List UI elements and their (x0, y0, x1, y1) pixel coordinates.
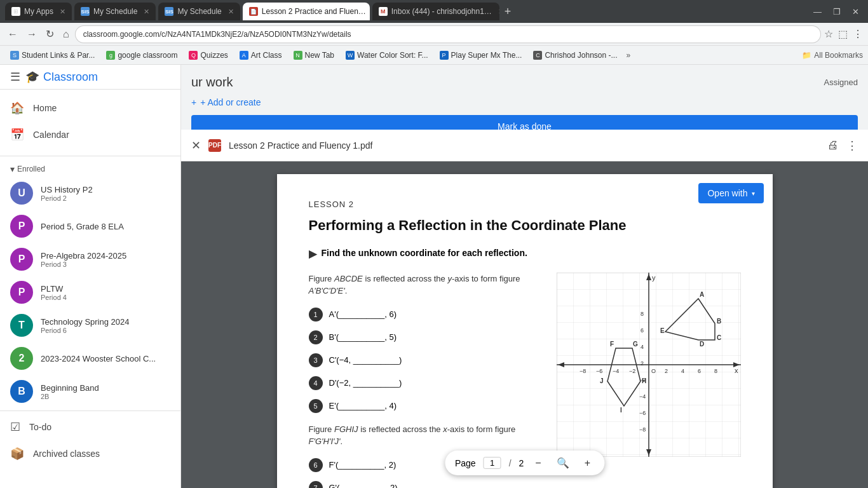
zoom-button[interactable]: 🔍 (553, 456, 573, 470)
address-input[interactable] (76, 26, 820, 43)
bookmark-favicon-quizzes: Q (189, 51, 198, 60)
bookmark-art-class[interactable]: A Art Class (234, 50, 287, 61)
add-create-label: + Add or create (200, 97, 261, 107)
sidebar-label-archived: Archived classes (33, 449, 100, 459)
open-with-button[interactable]: Open with ▾ (698, 183, 763, 203)
page-next-button[interactable]: + (581, 456, 594, 470)
bookmark-google-classroom[interactable]: g google classroom (101, 50, 182, 61)
main-area: ☰ 🎓 Classroom 🏠 Home 📅 Calendar ▾ Enroll… (0, 65, 868, 488)
pdf-print-button[interactable]: 🖨 (827, 139, 839, 152)
maximize-button[interactable]: ❐ (829, 6, 844, 18)
forward-button[interactable]: → (24, 27, 39, 41)
class-info-wooster: 2023-2024 Wooster School C... (41, 354, 170, 363)
bookmark-chrishod[interactable]: C Chrishod Johnson -... (528, 50, 622, 61)
class-info-pre-algebra: Pre-Algebra 2024-2025 Period 3 (41, 251, 170, 268)
sidebar-item-technology[interactable]: T Technology Spring 2024 Period 6 (0, 309, 180, 342)
assigned-status: Assigned (824, 78, 858, 87)
open-with-label: Open with (707, 188, 747, 198)
hamburger-menu-button[interactable]: ☰ (10, 70, 20, 84)
star-icon[interactable]: ☆ (824, 28, 833, 40)
problem-content: A'(__________, 6) (329, 309, 397, 319)
tab-favicon-sis1: SIS (81, 7, 90, 16)
sidebar-enrolled-header: ▾ Enrolled (0, 159, 180, 177)
bookmark-favicon-water-color: W (346, 51, 355, 60)
problem-number: 4 (309, 376, 323, 390)
tab-close-sis1[interactable]: ✕ (144, 8, 149, 16)
sidebar-item-wooster[interactable]: 2 2023-2024 Wooster School C... (0, 342, 180, 375)
refresh-button[interactable]: ↻ (43, 27, 57, 41)
class-period-pltw: Period 4 (41, 294, 170, 301)
sidebar-item-pre-algebra[interactable]: P Pre-Algebra 2024-2025 Period 3 (0, 243, 180, 276)
sidebar-item-period5-ela[interactable]: P Period 5, Grade 8 ELA (0, 210, 180, 243)
tab-label-gmail: Inbox (444) - chrishodjohn1… (391, 7, 492, 16)
tab-my-apps[interactable]: ⊞ My Apps ✕ (5, 3, 72, 20)
back-button[interactable]: ← (5, 27, 20, 41)
svg-text:B: B (717, 318, 721, 325)
extensions-icon[interactable]: ⬚ (838, 28, 848, 40)
bookmark-quizzes[interactable]: Q Quizzes (184, 50, 233, 61)
svg-text:y: y (652, 274, 656, 281)
sidebar-divider-2 (0, 410, 180, 411)
bookmark-new-tab[interactable]: N New Tab (288, 50, 339, 61)
bookmark-favicon-play-super: P (440, 51, 449, 60)
tab-close-gmail[interactable]: ✕ (498, 8, 499, 16)
sidebar-item-pltw[interactable]: P PLTW Period 4 (0, 276, 180, 309)
svg-text:−8: −8 (639, 426, 646, 433)
sidebar-item-calendar[interactable]: 📅 Calendar (0, 121, 175, 148)
todo-icon: ☑ (10, 420, 20, 434)
lesson-label: LESSON 2 (309, 200, 741, 209)
problem-item: 7G'(__________, 2) (309, 481, 544, 488)
page-number-input[interactable] (484, 457, 501, 469)
sidebar-item-to-do[interactable]: ☑ To-do (0, 414, 175, 440)
new-tab-button[interactable]: + (505, 5, 512, 18)
problem-number: 3 (309, 353, 323, 367)
pdf-menu-button[interactable]: ⋮ (846, 139, 858, 152)
svg-text:−6: −6 (596, 368, 602, 374)
class-name-wooster: 2023-2024 Wooster School C... (41, 354, 170, 363)
arrow-bullet-icon: ▶ (309, 248, 316, 260)
bookmark-favicon-art-class: A (240, 51, 248, 60)
tab-favicon-gmail: M (379, 7, 388, 16)
page-prev-button[interactable]: − (531, 456, 545, 470)
add-create-button[interactable]: + + Add or create (191, 97, 858, 107)
pdf-close-button[interactable]: ✕ (191, 139, 201, 152)
close-window-button[interactable]: ✕ (848, 6, 863, 18)
svg-text:E: E (660, 327, 665, 334)
problem-item: 5E'(__________, 4) (309, 399, 544, 413)
avatar-pltw: P (10, 281, 33, 304)
bookmark-student-links[interactable]: S Student Links & Par... (5, 50, 100, 61)
avatar-technology: T (10, 314, 33, 337)
bookmark-label-google-classroom: google classroom (118, 51, 177, 60)
sidebar-nav: 🏠 Home 📅 Calendar (0, 90, 180, 153)
sidebar-item-home[interactable]: 🏠 Home (0, 95, 175, 121)
all-bookmarks-label: All Bookmarks (814, 51, 863, 60)
class-info-period5-ela: Period 5, Grade 8 ELA (41, 222, 170, 231)
class-period-us-history: Period 2 (41, 194, 170, 202)
sidebar-item-us-history[interactable]: U US History P2 Period 2 (0, 177, 180, 210)
problem-number: 6 (309, 458, 323, 472)
minimize-button[interactable]: — (810, 6, 825, 18)
sidebar-item-beginning-band[interactable]: B Beginning Band 2B (0, 375, 180, 408)
bookmark-play-super[interactable]: P Play Super Mx The... (435, 50, 527, 61)
problem-item: 1A'(__________, 6) (309, 308, 544, 322)
home-button[interactable]: ⌂ (60, 27, 72, 41)
tab-my-schedule-1[interactable]: SIS My Schedule ✕ (74, 3, 156, 20)
problem-item: 3C'(−4, __________) (309, 353, 544, 367)
address-icons: ☆ ⬚ ⋮ (824, 28, 863, 40)
tab-close-my-apps[interactable]: ✕ (60, 8, 65, 16)
tab-lesson[interactable]: 📄 Lesson 2 Practice and Fluen… ✕ (243, 3, 370, 20)
all-bookmarks-button[interactable]: 📁 All Bookmarks (802, 51, 863, 60)
add-icon: + (191, 97, 196, 107)
classroom-logo: 🎓 Classroom (25, 70, 98, 84)
pdf-overlay: ✕ PDF Lesson 2 Practice and Fluency 1.pd… (181, 130, 868, 488)
browser-menu-icon[interactable]: ⋮ (853, 28, 863, 40)
tab-close-sis2[interactable]: ✕ (228, 8, 234, 16)
tab-gmail[interactable]: M Inbox (444) - chrishodjohn1… ✕ (372, 3, 499, 20)
tab-my-schedule-2[interactable]: SIS My Schedule ✕ (158, 3, 240, 20)
classroom-logo-icon: 🎓 (25, 70, 39, 84)
avatar-us-history: U (10, 182, 33, 205)
svg-text:D: D (700, 341, 704, 348)
sidebar-item-archived[interactable]: 📦 Archived classes (0, 440, 175, 467)
bookmark-favicon-new-tab: N (294, 51, 302, 60)
bookmark-water-color[interactable]: W Water Color Sort: F... (341, 50, 433, 61)
